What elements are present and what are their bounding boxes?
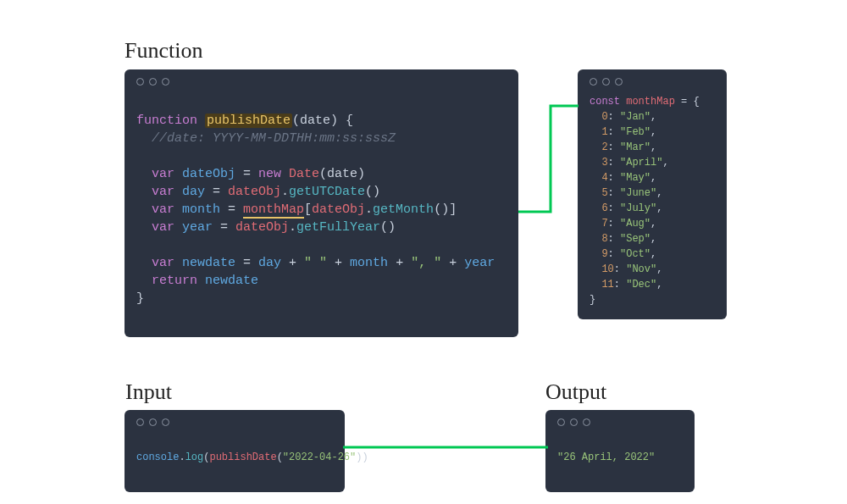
input-code: console.log(publishDate("2022-04-26")) <box>136 435 333 480</box>
window-traffic-lights <box>557 418 683 426</box>
output-code: "26 April, 2022" <box>557 435 683 480</box>
connector-input-to-output <box>343 443 548 451</box>
traffic-dot <box>136 418 144 426</box>
heading-function: Function <box>125 38 202 64</box>
traffic-dot <box>162 418 169 426</box>
window-traffic-lights <box>136 78 507 86</box>
function-code-window: function publishDate(date) { //date: YYY… <box>125 69 518 337</box>
traffic-dot <box>570 418 578 426</box>
input-code-window: console.log(publishDate("2022-04-26")) <box>125 410 345 492</box>
function-code: function publishDate(date) { //date: YYY… <box>136 94 507 325</box>
traffic-dot <box>136 78 144 86</box>
monthmap-code: const monthMap = { 0: "Jan", 1: "Feb", 2… <box>590 94 715 307</box>
monthmap-code-window: const monthMap = { 0: "Jan", 1: "Feb", 2… <box>578 69 727 319</box>
traffic-dot <box>583 418 590 426</box>
window-traffic-lights <box>136 418 333 426</box>
traffic-dot <box>162 78 169 86</box>
heading-input: Input <box>125 379 172 405</box>
heading-output: Output <box>545 379 606 405</box>
traffic-dot <box>557 418 565 426</box>
traffic-dot <box>615 78 623 86</box>
output-code-window: "26 April, 2022" <box>545 410 695 492</box>
traffic-dot <box>149 78 157 86</box>
window-traffic-lights <box>590 78 715 86</box>
traffic-dot <box>590 78 597 86</box>
traffic-dot <box>602 78 610 86</box>
traffic-dot <box>149 418 157 426</box>
connector-function-to-monthmap <box>517 102 580 216</box>
